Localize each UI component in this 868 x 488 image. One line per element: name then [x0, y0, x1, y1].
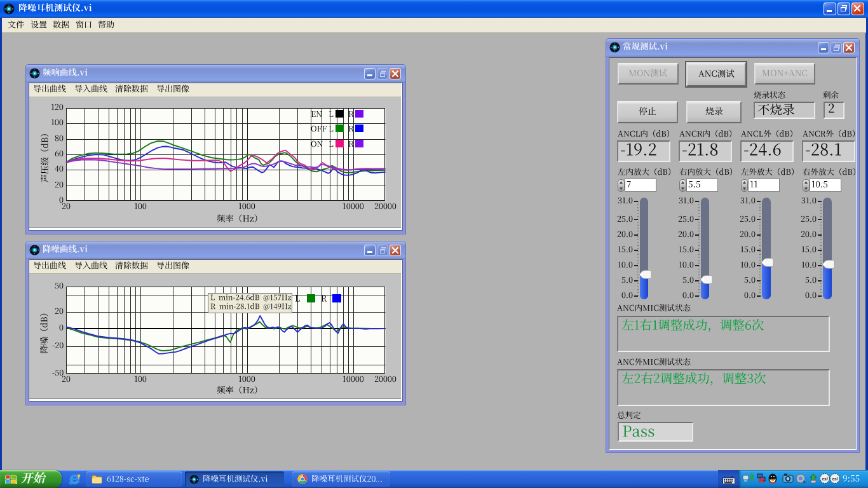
svg-text:esi: esi — [822, 477, 827, 481]
svg-text:esi: esi — [832, 477, 837, 481]
